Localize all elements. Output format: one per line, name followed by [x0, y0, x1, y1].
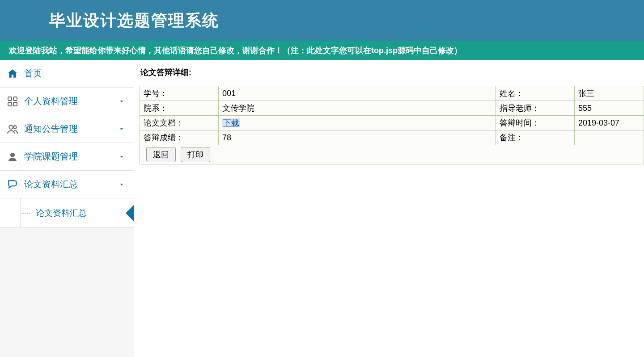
svg-point-6	[10, 153, 15, 157]
cell-label: 备注：	[496, 130, 575, 145]
sidebar-item-topic[interactable]: 学院课题管理	[0, 143, 134, 171]
sidebar-item-label: 首页	[24, 67, 42, 80]
cell-value: 78	[219, 130, 496, 145]
svg-point-5	[13, 126, 16, 129]
sidebar: 首页 个人资料管理	[0, 60, 134, 357]
chevron-down-icon	[119, 126, 125, 132]
sidebar-item-profile[interactable]: 个人资料管理	[0, 88, 134, 115]
table-row: 学号： 001 姓名： 张三	[140, 86, 644, 101]
table-row: 论文文档： 下载 答辩时间： 2019-03-07	[140, 116, 644, 130]
chevron-down-icon	[119, 98, 125, 105]
download-link[interactable]: 下载	[222, 118, 240, 127]
sidebar-item-notice[interactable]: 通知公告管理	[0, 115, 134, 143]
detail-heading: 论文答辩详细:	[140, 67, 644, 78]
cell-label: 指导老师：	[496, 101, 575, 116]
active-marker-icon	[126, 205, 134, 221]
cell-label: 姓名：	[496, 86, 575, 101]
sidebar-item-label: 通知公告管理	[24, 123, 78, 135]
cell-label: 学号：	[140, 86, 219, 101]
table-button-row: 返回 打印	[140, 145, 644, 164]
sidebar-subitem-label: 论文资料汇总	[36, 207, 87, 219]
sidebar-item-thesis[interactable]: 论文资料汇总	[0, 171, 134, 198]
users-icon	[6, 123, 19, 135]
cell-label: 答辩时间：	[496, 116, 575, 130]
cell-label: 院系：	[140, 101, 219, 116]
cell-value: 文传学院	[219, 101, 496, 116]
print-button[interactable]: 打印	[181, 147, 210, 162]
table-row: 答辩成绩： 78 备注：	[140, 130, 644, 145]
cell-value: 张三	[575, 86, 644, 101]
person-icon	[6, 151, 19, 163]
cell-value: 001	[219, 86, 496, 101]
tree-line-horizontal	[21, 213, 30, 214]
cell-value: 下载	[219, 116, 496, 130]
detail-table: 学号： 001 姓名： 张三 院系： 文传学院 指导老师： 555 论文文档： …	[140, 86, 644, 164]
chat-icon	[6, 178, 19, 191]
grid-icon	[6, 95, 19, 108]
table-row: 院系： 文传学院 指导老师： 555	[140, 101, 644, 116]
sidebar-item-home[interactable]: 首页	[0, 60, 134, 88]
cell-value: 555	[575, 101, 644, 116]
home-icon	[6, 67, 19, 80]
svg-rect-3	[13, 102, 17, 106]
app-body: 首页 个人资料管理	[0, 60, 644, 357]
back-button[interactable]: 返回	[146, 147, 176, 162]
sidebar-item-label: 学院课题管理	[24, 151, 78, 163]
cell-value	[575, 130, 644, 145]
app-title: 毕业设计选题管理系统	[49, 10, 219, 32]
svg-rect-2	[8, 102, 12, 106]
cell-value: 2019-03-07	[575, 116, 644, 130]
svg-point-4	[9, 125, 13, 129]
cell-label: 答辩成绩：	[140, 130, 219, 145]
app-header: 毕业设计选题管理系统	[0, 0, 644, 41]
chevron-down-icon	[119, 181, 125, 188]
chevron-down-icon	[119, 154, 125, 160]
svg-rect-1	[13, 97, 17, 101]
svg-rect-0	[8, 97, 12, 101]
main-content: 论文答辩详细: 学号： 001 姓名： 张三 院系： 文传学院 指导老师： 55…	[134, 60, 644, 357]
cell-label: 论文文档：	[140, 116, 219, 130]
sidebar-item-label: 论文资料汇总	[24, 178, 78, 190]
sidebar-item-label: 个人资料管理	[24, 95, 78, 107]
welcome-banner: 欢迎登陆我站，希望能给你带来好心情，其他话语请您自己修改，谢谢合作！（注：此处文…	[0, 41, 644, 60]
sidebar-subitem-thesis-summary[interactable]: 论文资料汇总	[0, 198, 134, 228]
